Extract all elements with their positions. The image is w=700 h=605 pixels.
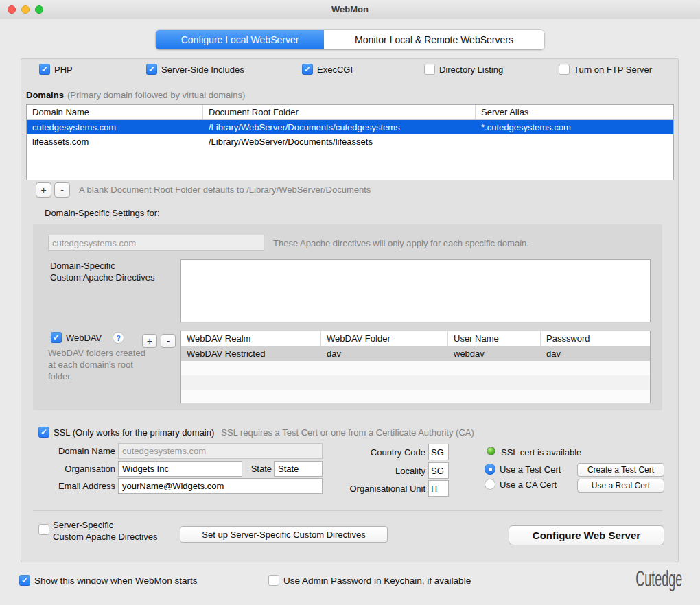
tab-configure-local-webserver[interactable]: Configure Local WebServer bbox=[156, 30, 324, 49]
locality-field[interactable] bbox=[428, 462, 449, 479]
webdav-description: WebDAV folders created at each domain's … bbox=[48, 347, 148, 382]
webdav-user-cell: webdav bbox=[448, 348, 541, 359]
empty-row bbox=[181, 390, 650, 403]
show-window-label: Show this window when WebMon starts bbox=[34, 576, 198, 586]
domains-title: Domains bbox=[26, 90, 64, 100]
execcgi-label: ExecCGI bbox=[317, 64, 353, 75]
document-root-cell: /Library/WebServer/Documents/cutedgesyst… bbox=[203, 122, 476, 132]
ftp-server-checkbox[interactable] bbox=[559, 64, 570, 75]
domains-heading: Domains (Primary domain followed by virt… bbox=[26, 90, 245, 100]
domains-note: A blank Document Root Folder defaults to… bbox=[79, 185, 371, 195]
selected-domain-field[interactable] bbox=[48, 235, 264, 251]
ftp-option: Turn on FTP Server bbox=[559, 64, 652, 75]
divider bbox=[33, 510, 662, 511]
col-webdav-folder[interactable]: WebDAV Folder bbox=[321, 331, 448, 346]
state-label: State bbox=[244, 464, 272, 474]
ssl-status-led-icon bbox=[487, 447, 495, 455]
custom-directives-textarea[interactable] bbox=[180, 259, 651, 322]
webdav-row[interactable]: WebDAV Restricted dav webdav dav bbox=[181, 346, 650, 361]
remove-domain-button[interactable]: - bbox=[54, 182, 70, 198]
country-code-label: Country Code bbox=[302, 447, 425, 458]
organisational-unit-label: Organisational Unit bbox=[302, 484, 425, 494]
use-ca-cert-radio[interactable] bbox=[485, 479, 495, 490]
php-checkbox[interactable] bbox=[39, 64, 50, 75]
add-domain-button[interactable]: + bbox=[36, 182, 51, 198]
webdav-table-header: WebDAV Realm WebDAV Folder User Name Pas… bbox=[181, 331, 650, 346]
col-domain-name[interactable]: Domain Name bbox=[27, 105, 203, 119]
server-side-includes-checkbox[interactable] bbox=[146, 64, 157, 75]
directives-label-line2: Custom Apache Directives bbox=[50, 272, 154, 283]
server-specific-label: Server-Specific Custom Apache Directives bbox=[53, 519, 157, 543]
organisation-label: Organisation bbox=[27, 464, 115, 474]
use-ca-cert-label: Use a CA Cert bbox=[500, 479, 557, 490]
help-icon[interactable]: ? bbox=[113, 332, 124, 344]
col-password[interactable]: Passsword bbox=[541, 331, 650, 346]
webdav-password-cell: dav bbox=[541, 348, 650, 359]
webdav-checkbox[interactable] bbox=[51, 332, 62, 343]
execcgi-checkbox[interactable] bbox=[302, 64, 313, 75]
ca-cert-option: Use a CA Cert bbox=[485, 479, 557, 490]
php-option: PHP bbox=[39, 64, 73, 75]
ssl-note: SSL requires a Test Cert or one from a C… bbox=[221, 427, 474, 438]
domain-row-cutedgesystems[interactable]: cutedgesystems.com /Library/WebServer/Do… bbox=[27, 120, 673, 134]
ssl-checkbox[interactable] bbox=[38, 427, 49, 438]
traffic-lights bbox=[8, 5, 43, 14]
setup-server-directives-button[interactable]: Set up Server-Specific Custom Directives bbox=[180, 526, 388, 543]
show-window-option: Show this window when WebMon starts bbox=[19, 575, 198, 586]
email-address-label: Email Address bbox=[27, 481, 115, 491]
server-specific-label-line2: Custom Apache Directives bbox=[53, 531, 157, 543]
fullscreen-icon[interactable] bbox=[35, 5, 43, 14]
organisation-field[interactable] bbox=[118, 461, 242, 477]
webdav-option: WebDAV bbox=[51, 332, 102, 343]
server-specific-checkbox[interactable] bbox=[38, 524, 49, 535]
execcgi-option: ExecCGI bbox=[302, 64, 353, 75]
configure-web-server-button[interactable]: Configure Web Server bbox=[509, 525, 664, 545]
webdav-label: WebDAV bbox=[66, 333, 102, 343]
domain-name-label: Domain Name bbox=[27, 446, 115, 456]
col-server-alias[interactable]: Server Alias bbox=[476, 105, 673, 119]
minimize-icon[interactable] bbox=[21, 5, 30, 14]
col-document-root[interactable]: Document Root Folder bbox=[203, 105, 476, 119]
domain-settings-heading: Domain-Specific Settings for: bbox=[45, 208, 160, 218]
keychain-option: Use Admin Password in Keychain, if avail… bbox=[268, 575, 471, 586]
use-real-cert-button[interactable]: Use a Real Cert bbox=[577, 479, 664, 493]
titlebar: WebMon bbox=[0, 0, 700, 19]
domain-name-cell: cutedgesystems.com bbox=[27, 122, 203, 132]
php-label: PHP bbox=[54, 64, 73, 75]
locality-label: Locality bbox=[302, 466, 425, 476]
empty-row bbox=[181, 375, 650, 390]
directory-listing-label: Directory Listing bbox=[439, 64, 503, 75]
window-title: WebMon bbox=[0, 0, 700, 19]
email-address-field[interactable] bbox=[118, 478, 323, 494]
empty-row bbox=[181, 361, 650, 375]
use-test-cert-radio[interactable] bbox=[485, 464, 495, 475]
organisational-unit-field[interactable] bbox=[428, 480, 449, 497]
close-icon[interactable] bbox=[8, 5, 16, 14]
ssl-option: SSL (Only works for the primary domain) … bbox=[38, 427, 474, 438]
country-code-field[interactable] bbox=[428, 444, 449, 460]
directives-label-line1: Domain-Specific bbox=[50, 260, 154, 272]
webdav-folder-cell: dav bbox=[321, 348, 448, 359]
domains-table: Domain Name Document Root Folder Server … bbox=[26, 104, 674, 180]
show-window-checkbox[interactable] bbox=[19, 575, 30, 586]
keychain-label: Use Admin Password in Keychain, if avail… bbox=[283, 576, 471, 586]
tab-bar: Configure Local WebServer Monitor Local … bbox=[156, 30, 544, 49]
col-user-name[interactable]: User Name bbox=[448, 331, 541, 346]
add-webdav-button[interactable]: + bbox=[142, 334, 157, 348]
apache-directives-note: These Apache directives will only apply … bbox=[273, 238, 529, 248]
ftp-server-label: Turn on FTP Server bbox=[574, 64, 652, 75]
test-cert-option: Use a Test Cert bbox=[485, 464, 561, 475]
tab-monitor-webservers[interactable]: Monitor Local & Remote WebServers bbox=[324, 30, 544, 49]
create-test-cert-button[interactable]: Create a Test Cert bbox=[577, 463, 664, 477]
server-alias-cell: *.cutedgesystems.com bbox=[476, 122, 673, 132]
col-webdav-realm[interactable]: WebDAV Realm bbox=[181, 331, 321, 346]
keychain-checkbox[interactable] bbox=[268, 575, 279, 586]
use-test-cert-label: Use a Test Cert bbox=[500, 464, 561, 475]
directory-listing-checkbox[interactable] bbox=[424, 64, 435, 75]
document-root-cell: /Library/WebServer/Documents/lifeassets bbox=[203, 137, 476, 147]
ssi-label: Server-Side Includes bbox=[161, 64, 244, 75]
remove-webdav-button[interactable]: - bbox=[161, 334, 176, 348]
ssl-domain-name-field[interactable] bbox=[118, 443, 323, 459]
server-specific-label-line1: Server-Specific bbox=[53, 519, 157, 531]
domain-row-lifeassets[interactable]: lifeassets.com /Library/WebServer/Docume… bbox=[27, 134, 673, 149]
